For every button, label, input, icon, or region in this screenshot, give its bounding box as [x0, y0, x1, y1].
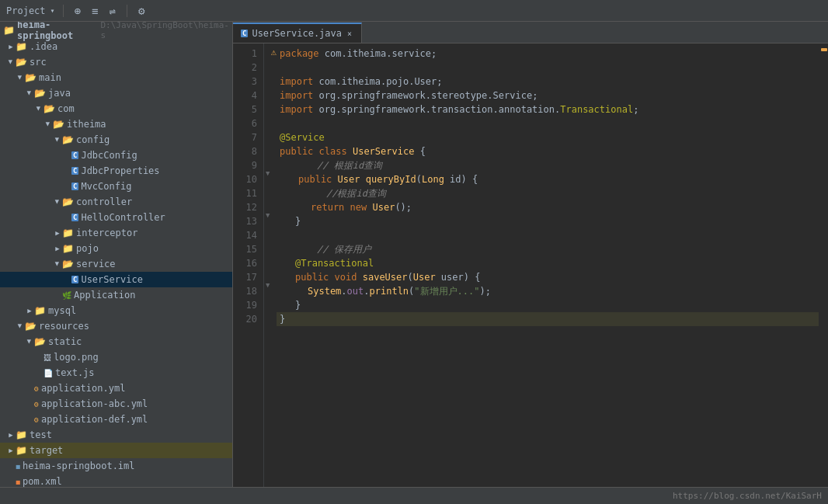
- code-line-9: // 根据id查询: [277, 158, 819, 172]
- tree-item-idea[interactable]: ▶ 📁 .idea: [0, 39, 232, 54]
- line-num-2: 2: [239, 61, 257, 75]
- tree-label-app-yml: application.yml: [41, 383, 125, 394]
- tree-label-HelloController: HelloController: [81, 212, 165, 223]
- code-line-3: import com.itheima.pojo.User;: [277, 75, 819, 89]
- code-line-15: // 保存用户: [277, 242, 819, 256]
- project-root-path: D:\Java\SpringBoot\heima-s: [100, 22, 229, 40]
- line-num-5: 5: [239, 103, 257, 116]
- toolbar-dropdown-arrow[interactable]: ▾: [50, 6, 55, 15]
- tree-item-pom[interactable]: ◼ pom.xml: [0, 474, 232, 487]
- tree-label-controller: controller: [76, 196, 132, 207]
- code-line-4: import org.springframework.stereotype.Se…: [277, 89, 819, 103]
- tree-item-logo[interactable]: 🖼 logo.png: [0, 349, 232, 365]
- java-class-icon: C: [71, 151, 78, 159]
- status-right: https://blog.csdn.net/KaiSarH: [673, 491, 822, 501]
- line-num-14: 14: [239, 228, 257, 242]
- code-line-2: [277, 61, 819, 75]
- tree-item-interceptor[interactable]: ▶ 📁 interceptor: [0, 225, 232, 241]
- sidebar: 📁 heima-springboot D:\Java\SpringBoot\he…: [0, 22, 233, 487]
- toolbar-icon-settings[interactable]: ⚙: [135, 3, 148, 19]
- tree-item-test[interactable]: ▶ 📁 test: [0, 427, 232, 443]
- tree-label-itheima: itheima: [67, 119, 106, 130]
- expand-arrow: ▶: [7, 57, 15, 67]
- tree-item-Application[interactable]: 🌿 Application: [0, 287, 232, 303]
- tree-item-HelloController[interactable]: C HelloController: [0, 210, 232, 225]
- tree-item-config[interactable]: ▶ 📂 config: [0, 132, 232, 148]
- tree-item-UserService[interactable]: C UserService: [0, 272, 232, 287]
- code-gutter: ▼ ▼ ▼ ⚠: [264, 43, 277, 487]
- expand-arrow: ▶: [54, 135, 61, 144]
- tree-label-service: service: [76, 259, 116, 269]
- tree-item-resources[interactable]: ▶ 📂 resources: [0, 318, 232, 334]
- fold-marker-17[interactable]: ▼: [266, 281, 270, 289]
- tree-item-main[interactable]: ▶ 📂 main: [0, 70, 232, 85]
- spring-class-icon: 🌿: [62, 291, 71, 300]
- tree-item-JdbcProperties[interactable]: C JdbcProperties: [0, 163, 232, 179]
- line-num-6: 6: [239, 116, 257, 130]
- tree-item-target[interactable]: ▶ 📁 target: [0, 443, 232, 458]
- expand-arrow: ▶: [53, 245, 62, 252]
- tab-bar: C UserService.java ×: [233, 22, 828, 43]
- tree-item-app-abc-yml[interactable]: ⚙ application-abc.yml: [0, 396, 232, 412]
- tree-label-logo: logo.png: [54, 352, 99, 363]
- tree-label-MvcConfig: MvcConfig: [81, 181, 131, 192]
- tree-item-com[interactable]: ▶ 📂 com: [0, 101, 232, 116]
- code-content[interactable]: package com.itheima.service; import com.…: [277, 43, 819, 487]
- expand-arrow: ▶: [6, 447, 16, 454]
- toolbar-icon-list[interactable]: ≡: [89, 3, 101, 19]
- project-root-line: 📁 heima-springboot D:\Java\SpringBoot\he…: [0, 22, 232, 39]
- folder-icon: 📂: [25, 72, 37, 83]
- tree-item-pojo[interactable]: ▶ 📁 pojo: [0, 241, 232, 256]
- tree-item-static[interactable]: ▶ 📂 static: [0, 334, 232, 349]
- java-class-icon: C: [71, 167, 78, 175]
- tree-label-JdbcConfig: JdbcConfig: [81, 150, 137, 161]
- fold-marker-10[interactable]: ▼: [266, 211, 270, 219]
- folder-icon: 📂: [53, 119, 64, 130]
- line-numbers: 1 2 3 4 5 6 7 8 9 10 11 12 13 14 15 16 1…: [233, 43, 264, 487]
- tree-item-JdbcConfig[interactable]: C JdbcConfig: [0, 148, 232, 163]
- tree-item-service[interactable]: ▶ 📂 service: [0, 256, 232, 272]
- expand-arrow: ▶: [6, 431, 16, 439]
- tree-label-Application: Application: [74, 290, 135, 301]
- tree-label-main: main: [39, 72, 61, 83]
- tab-java-icon: C: [241, 30, 248, 37]
- tree-item-mysql[interactable]: ▶ 📁 mysql: [0, 303, 232, 318]
- folder-icon: 📁: [16, 445, 27, 456]
- line-num-17: 17: [239, 270, 257, 284]
- yaml-icon: ⚙: [34, 384, 39, 393]
- java-class-icon: C: [71, 214, 78, 221]
- fold-marker-8[interactable]: ▼: [266, 169, 270, 177]
- tree-item-MvcConfig[interactable]: C MvcConfig: [0, 179, 232, 194]
- java-class-icon: C: [71, 182, 78, 190]
- line-num-18: 18: [239, 284, 257, 298]
- tree-item-itheima[interactable]: ▶ 📂 itheima: [0, 116, 232, 132]
- tree-item-app-def-yml[interactable]: ⚙ application-def.yml: [0, 412, 232, 427]
- expand-arrow: ▶: [54, 259, 61, 269]
- line-num-16: 16: [239, 256, 257, 270]
- expand-arrow: ▶: [53, 229, 62, 237]
- line-num-20: 20: [239, 312, 257, 326]
- tab-close-button[interactable]: ×: [346, 29, 353, 39]
- toolbar-separator: [63, 5, 64, 17]
- toolbar-icon-sort[interactable]: ⇌: [106, 3, 118, 19]
- toolbar-icon-add[interactable]: ⊕: [71, 3, 84, 19]
- code-editor[interactable]: 1 2 3 4 5 6 7 8 9 10 11 12 13 14 15 16 1…: [233, 43, 828, 487]
- code-line-10: public User queryById(Long id) {: [277, 172, 819, 186]
- tree-item-src[interactable]: ▶ 📂 src: [0, 54, 232, 70]
- tree-item-app-yml[interactable]: ⚙ application.yml: [0, 381, 232, 396]
- tree-item-iml[interactable]: ◼ heima-springboot.iml: [0, 458, 232, 474]
- folder-icon: 📁: [16, 41, 27, 52]
- line-num-19: 19: [239, 298, 257, 312]
- line-num-9: 9: [239, 158, 257, 172]
- folder-icon: 📁: [62, 228, 74, 238]
- tree-item-java[interactable]: ▶ 📂 java: [0, 85, 232, 101]
- code-line-8: public class UserService {: [277, 144, 819, 158]
- code-line-11: //根据id查询: [277, 186, 819, 200]
- status-bar: https://blog.csdn.net/KaiSarH: [0, 487, 828, 504]
- tab-UserService[interactable]: C UserService.java ×: [233, 23, 362, 43]
- tree-item-textjs[interactable]: 📄 text.js: [0, 365, 232, 381]
- expand-arrow: ▶: [6, 43, 16, 50]
- tree-item-controller[interactable]: ▶ 📂 controller: [0, 194, 232, 210]
- line-num-10: 10: [239, 172, 257, 186]
- expand-arrow: ▶: [35, 104, 43, 113]
